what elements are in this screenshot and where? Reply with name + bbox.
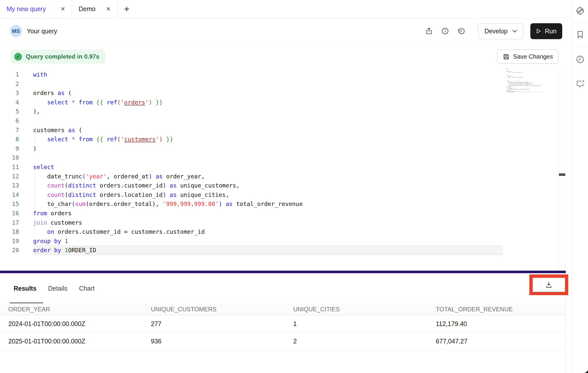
share-icon[interactable] <box>425 27 433 35</box>
sidebar-item-history-clock[interactable] <box>572 48 588 72</box>
code-line[interactable]: 10 <box>0 153 558 162</box>
right-sidebar <box>572 0 588 373</box>
results-tab-results[interactable]: Results <box>14 285 36 292</box>
code-text: to_char(sum(orders.order_total), '999,99… <box>33 199 303 209</box>
develop-dropdown[interactable]: Develop <box>478 23 524 39</box>
sidebar-item-ai-chat[interactable] <box>572 72 588 97</box>
download-results-button[interactable] <box>533 278 565 292</box>
code-line[interactable]: 4 select * from {{ ref('orders') }} <box>0 98 558 107</box>
code-line[interactable]: 20order by 1ORDER_ID <box>0 246 558 255</box>
indent-guide <box>34 190 35 200</box>
code-text: on orders.customer_id = customers.custom… <box>33 227 205 237</box>
line-number: 12 <box>0 172 19 181</box>
table-cell: 677,047.27 <box>436 338 566 345</box>
code-text: order by 1ORDER_ID <box>506 91 542 92</box>
line-number: 7 <box>0 126 19 135</box>
table-cell: 112,179.40 <box>436 320 566 328</box>
line-number: 11 <box>0 162 19 172</box>
line-number: 6 <box>0 116 19 126</box>
panel-resize-divider[interactable] <box>0 271 566 273</box>
code-text: select <box>33 162 54 172</box>
line-number: 1 <box>0 70 19 79</box>
code-line[interactable]: 5), <box>0 107 558 116</box>
highlight-annotation <box>529 274 568 295</box>
window-corner <box>576 369 588 373</box>
sidebar-item-compass[interactable] <box>572 0 588 23</box>
sql-editor[interactable]: 1with23orders as (4 select * from {{ ref… <box>0 70 558 255</box>
code-text: group by 1 <box>33 237 68 246</box>
table-cell: 2025-01-01T00:00:00.000Z <box>8 338 151 345</box>
indent-guide <box>34 199 35 209</box>
editor-tab-demo[interactable]: Demo✕ <box>72 0 118 18</box>
code-line[interactable]: 12 date_trunc('year', ordered_at) as ord… <box>0 172 558 181</box>
line-number: 3 <box>0 88 19 98</box>
code-line[interactable]: 11select <box>0 162 558 172</box>
sidebar-item-bookmark[interactable] <box>572 23 588 48</box>
code-line[interactable]: 16from orders <box>0 209 558 218</box>
code-text: with <box>33 70 47 79</box>
code-text: select * from {{ ref('customers') }} <box>33 135 173 144</box>
code-line[interactable]: 2 <box>0 79 558 89</box>
line-number: 9 <box>0 144 19 153</box>
code-line[interactable]: 6 <box>0 116 558 126</box>
code-line[interactable]: 1with <box>0 70 558 79</box>
code-line[interactable]: 14 count(distinct orders.location_id) as… <box>0 190 558 200</box>
code-line[interactable]: 15 to_char(sum(orders.order_total), '999… <box>0 199 558 209</box>
table-cell: 2024-01-01T00:00:00.000Z <box>8 320 151 328</box>
status-badge: ✓ Query completed in 0.97s <box>11 50 105 63</box>
tab-bar: My new query✕Demo✕+ <box>0 0 572 18</box>
results-tab-details[interactable]: Details <box>48 285 67 292</box>
line-number: 4 <box>0 98 19 107</box>
results-panel: ResultsDetailsChart ORDER_YEARUNIQUE_CUS… <box>0 273 566 373</box>
download-icon <box>545 281 553 289</box>
develop-label: Develop <box>484 28 508 35</box>
code-line[interactable]: 13 count(distinct orders.customer_id) as… <box>0 181 558 190</box>
code-line[interactable]: 19group by 1 <box>0 237 558 246</box>
code-line[interactable]: 8 select * from {{ ref('customers') }} <box>0 135 558 144</box>
tab-close-icon[interactable]: ✕ <box>61 6 65 12</box>
save-changes-button[interactable]: Save Changes <box>497 50 558 64</box>
code-text: date_trunc('year', ordered_at) as order_… <box>33 172 205 181</box>
indent-guide <box>34 172 35 181</box>
editor-scrollbar-thumb[interactable] <box>559 173 565 176</box>
table-cell: 936 <box>151 338 293 345</box>
page-title: Your query <box>27 28 57 35</box>
history-icon[interactable] <box>457 27 466 35</box>
status-row: ✓ Query completed in 0.97s Save Changes <box>0 44 572 68</box>
code-text: from orders <box>33 209 72 218</box>
tab-label: My new query <box>7 5 46 13</box>
indent-guide <box>34 135 35 144</box>
chevron-down-icon <box>512 30 517 33</box>
code-line[interactable]: 18 on orders.customer_id = customers.cus… <box>0 227 558 237</box>
tab-label: Demo <box>79 5 96 13</box>
run-button[interactable]: Run <box>530 23 562 39</box>
editor-minimap[interactable]: withorders as ( select * from {{ ref('or… <box>505 68 542 94</box>
code-text: select * from {{ ref('orders') }} <box>33 98 163 107</box>
indent-guide <box>34 227 35 237</box>
column-header: UNIQUE_CUSTOMERS <box>151 306 293 313</box>
results-tab-chart[interactable]: Chart <box>79 285 95 292</box>
code-line[interactable]: 3orders as ( <box>0 88 558 98</box>
code-line[interactable]: 7customers as ( <box>0 126 558 135</box>
code-text: ), <box>33 107 40 116</box>
line-number: 8 <box>0 135 19 144</box>
tab-close-icon[interactable]: ✕ <box>106 6 111 12</box>
line-number: 13 <box>0 181 19 190</box>
indent-guide <box>34 98 35 107</box>
column-header: TOTAL_ORDER_REVENUE <box>436 306 566 313</box>
check-icon: ✓ <box>14 53 22 61</box>
info-icon[interactable] <box>441 27 449 35</box>
line-number: 20 <box>0 246 19 255</box>
bookmark-icon <box>575 29 585 41</box>
code-line[interactable]: 9) <box>0 144 558 153</box>
status-message: Query completed in 0.97s <box>26 53 99 60</box>
main-area: My new query✕Demo✕+ MS Your query <box>0 0 572 373</box>
code-line[interactable]: order by 1ORDER_ID <box>505 91 542 92</box>
new-tab-button[interactable]: + <box>118 0 136 18</box>
editor-tab-my-new-query[interactable]: My new query✕ <box>0 0 72 18</box>
ai-chat-icon <box>575 79 586 91</box>
code-line[interactable]: 17join customers <box>0 218 558 227</box>
avatar: MS <box>10 25 22 37</box>
line-number: 16 <box>0 209 19 218</box>
line-number: 5 <box>0 107 19 116</box>
